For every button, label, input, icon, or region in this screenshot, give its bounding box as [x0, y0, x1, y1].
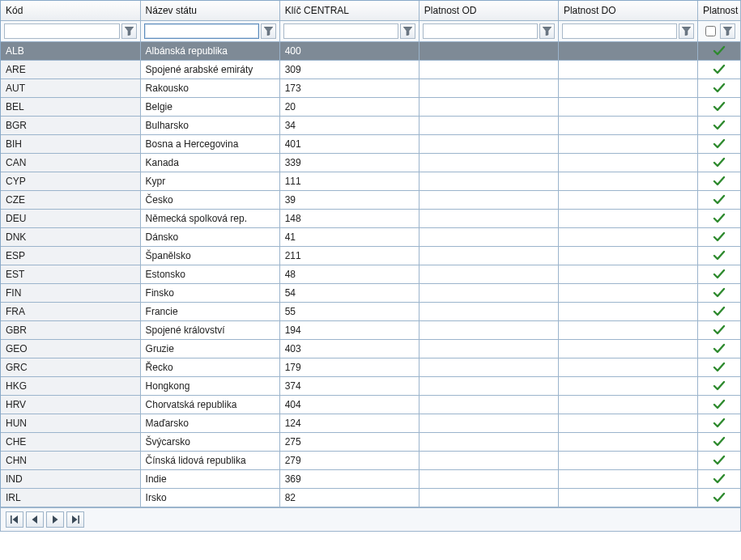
cell-nazev: Chorvatská republika	[140, 395, 279, 414]
column-header-kod[interactable]: Kód	[1, 1, 140, 20]
column-header-nazev[interactable]: Název státu	[140, 1, 279, 20]
table-row[interactable]: ALBAlbánská republika400	[1, 41, 741, 60]
cell-klic: 194	[279, 320, 419, 339]
filter-button-od[interactable]	[539, 23, 555, 39]
table-row[interactable]: ARESpojené arabské emiráty309	[1, 60, 741, 78]
table-row[interactable]: GBRSpojené království194	[1, 320, 741, 339]
table-row[interactable]: BELBelgie20	[1, 97, 741, 116]
cell-do	[558, 246, 697, 265]
cell-nazev: Spojené království	[140, 320, 279, 339]
table-row[interactable]: HKGHongkong374	[1, 376, 741, 395]
cell-nazev: Maďarsko	[140, 414, 279, 432]
cell-do	[558, 451, 697, 469]
cell-do	[558, 172, 697, 190]
cell-plat	[697, 153, 740, 172]
table-row[interactable]: CYPKypr111	[1, 172, 741, 190]
cell-od	[419, 395, 558, 414]
cell-do	[558, 376, 697, 395]
table-row[interactable]: INDIndie369	[1, 469, 741, 488]
filter-row	[1, 20, 741, 41]
funnel-icon	[543, 27, 551, 36]
cell-kod: HRV	[1, 395, 140, 414]
column-header-row: Kód Název státu Klíč CENTRAL Platnost OD…	[1, 1, 741, 20]
cell-do	[558, 227, 697, 246]
cell-klic: 275	[279, 432, 419, 451]
filter-checkbox-plat[interactable]	[705, 26, 716, 36]
cell-klic: 148	[279, 209, 419, 227]
table-row[interactable]: FINFinsko54	[1, 283, 741, 302]
cell-do	[558, 414, 697, 432]
cell-plat	[697, 451, 740, 469]
table-row[interactable]: HUNMaďarsko124	[1, 414, 741, 432]
filter-button-do[interactable]	[679, 23, 694, 39]
cell-klic: 20	[279, 97, 419, 116]
table-row[interactable]: HRVChorvatská republika404	[1, 395, 741, 414]
check-icon	[698, 157, 740, 168]
column-header-od[interactable]: Platnost OD	[419, 1, 558, 20]
filter-button-nazev[interactable]	[261, 23, 276, 39]
column-header-klic[interactable]: Klíč CENTRAL	[279, 1, 419, 20]
cell-klic: 401	[279, 134, 419, 153]
nav-next-button[interactable]	[46, 511, 64, 528]
table-row[interactable]: AUTRakousko173	[1, 78, 741, 97]
table-row[interactable]: BGRBulharsko34	[1, 116, 741, 134]
check-icon	[698, 45, 740, 57]
cell-klic: 82	[279, 488, 419, 507]
check-icon	[698, 101, 740, 112]
cell-od	[419, 97, 558, 116]
check-icon	[698, 194, 740, 206]
table-row[interactable]: FRAFrancie55	[1, 302, 741, 320]
cell-klic: 369	[279, 469, 419, 488]
check-icon	[698, 455, 740, 466]
cell-plat	[697, 414, 740, 432]
cell-nazev: Francie	[140, 302, 279, 320]
cell-od	[419, 153, 558, 172]
cell-od	[419, 451, 558, 469]
table-row[interactable]: ESTEstonsko48	[1, 265, 741, 283]
cell-do	[558, 302, 697, 320]
check-icon	[698, 287, 740, 299]
table-row[interactable]: DEUNěmecká spolková rep.148	[1, 209, 741, 227]
filter-input-klic[interactable]	[283, 23, 398, 39]
cell-plat	[697, 469, 740, 488]
table-row[interactable]: CHEŠvýcarsko275	[1, 432, 741, 451]
cell-od	[419, 488, 558, 507]
table-row[interactable]: GRCŘecko179	[1, 358, 741, 376]
cell-nazev: Švýcarsko	[140, 432, 279, 451]
cell-plat	[697, 116, 740, 134]
table-row[interactable]: IRLIrsko82	[1, 488, 741, 507]
column-header-do[interactable]: Platnost DO	[558, 1, 697, 20]
table-row[interactable]: CANKanada339	[1, 153, 741, 172]
filter-button-klic[interactable]	[400, 23, 415, 39]
filter-input-do[interactable]	[562, 23, 677, 39]
cell-kod: DEU	[1, 209, 140, 227]
nav-prev-button[interactable]	[26, 511, 44, 528]
filter-input-kod[interactable]	[4, 23, 120, 39]
column-header-plat[interactable]: Platnost	[697, 1, 740, 20]
check-icon	[698, 380, 740, 392]
filter-input-nazev[interactable]	[144, 23, 259, 39]
table-row[interactable]: DNKDánsko41	[1, 227, 741, 246]
filter-input-od[interactable]	[423, 23, 538, 39]
nav-first-button[interactable]	[6, 511, 23, 528]
filter-button-plat[interactable]	[720, 23, 735, 39]
cell-kod: HUN	[1, 414, 140, 432]
check-icon	[698, 473, 740, 485]
country-table: Kód Název státu Klíč CENTRAL Platnost OD…	[1, 1, 741, 507]
cell-kod: ALB	[1, 41, 140, 60]
table-row[interactable]: BIHBosna a Hercegovina401	[1, 134, 741, 153]
nav-last-button[interactable]	[66, 511, 84, 528]
cell-klic: 54	[279, 283, 419, 302]
funnel-icon	[403, 27, 412, 36]
table-row[interactable]: CZEČesko39	[1, 190, 741, 209]
cell-od	[419, 339, 558, 358]
filter-button-kod[interactable]	[121, 23, 137, 39]
last-record-icon	[71, 515, 79, 524]
cell-od	[419, 320, 558, 339]
check-icon	[698, 83, 740, 94]
table-row[interactable]: CHNČínská lidová republika279	[1, 451, 741, 469]
table-row[interactable]: ESPŠpanělsko211	[1, 246, 741, 265]
table-row[interactable]: GEOGruzie403	[1, 339, 741, 358]
cell-nazev: Kanada	[140, 153, 279, 172]
cell-klic: 339	[279, 153, 419, 172]
